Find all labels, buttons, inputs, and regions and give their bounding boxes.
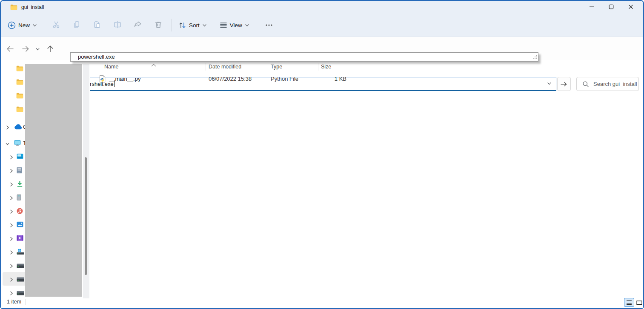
sort-icon — [178, 21, 186, 29]
chevron-right-icon[interactable] — [9, 235, 14, 243]
folder-icon — [16, 65, 23, 73]
status-bar: 1 item — [1, 297, 643, 308]
column-header-size[interactable]: Size — [318, 62, 353, 72]
sort-button-label: Sort — [189, 22, 200, 28]
share-icon — [134, 20, 142, 30]
titlebar: gui_install — [1, 1, 643, 14]
search-box[interactable]: Search gui_install — [576, 77, 639, 91]
navigation-pane: OT — [1, 60, 90, 297]
folder-icon — [10, 4, 17, 10]
window-title: gui_install — [21, 4, 44, 10]
column-separator[interactable] — [206, 63, 206, 71]
videos-icon — [17, 235, 23, 243]
redacted-region — [25, 64, 82, 297]
column-header-type[interactable]: Type — [268, 62, 318, 72]
chevron-right-icon[interactable] — [9, 276, 14, 284]
chevron-right-icon[interactable] — [9, 208, 14, 216]
icons-view-button[interactable] — [635, 298, 644, 307]
resize-grip-icon[interactable] — [533, 53, 537, 61]
delete-button[interactable] — [149, 17, 168, 33]
this-pc-icon — [14, 140, 21, 148]
back-button[interactable] — [4, 43, 16, 55]
go-arrow-icon — [560, 81, 568, 88]
column-separator[interactable] — [353, 63, 353, 71]
chevron-right-icon[interactable] — [9, 222, 14, 230]
documents-icon — [17, 167, 22, 175]
close-icon — [628, 4, 633, 11]
column-separator[interactable] — [268, 63, 268, 71]
file-cell: 1 KB — [318, 74, 346, 84]
rename-icon — [113, 20, 122, 30]
windows-drive-icon — [17, 249, 24, 257]
file-cell: 06/07/2022 15:38 — [209, 74, 252, 84]
chevron-down-icon — [202, 23, 207, 28]
details-view-button[interactable] — [624, 298, 634, 307]
up-button[interactable] — [44, 43, 56, 55]
chevron-down-icon[interactable] — [5, 140, 10, 148]
folder-icon — [16, 79, 23, 87]
chevron-right-icon[interactable] — [5, 124, 10, 132]
view-button-label: View — [230, 22, 242, 28]
view-button[interactable]: View — [215, 22, 254, 28]
forward-button[interactable] — [20, 43, 31, 55]
toolbar: New Sort View — [1, 14, 643, 37]
chevron-right-icon[interactable] — [9, 249, 14, 257]
sort-button[interactable]: Sort — [174, 21, 211, 29]
column-separator[interactable] — [318, 63, 318, 71]
scrollbar-thumb[interactable] — [85, 157, 87, 275]
window-controls — [582, 1, 641, 14]
toolbar-separator — [171, 19, 172, 31]
drive-icon — [17, 276, 24, 283]
view-icon — [220, 22, 227, 28]
autocomplete-item[interactable]: powershell.exe — [71, 53, 538, 61]
minimize-icon — [589, 4, 594, 11]
copy-button[interactable] — [67, 17, 86, 33]
new-button-label: New — [18, 22, 30, 28]
file-cell: Python File — [271, 74, 298, 84]
column-header-name[interactable]: Name — [99, 62, 206, 72]
sidebar-scrollbar[interactable] — [83, 64, 89, 298]
chevron-right-icon[interactable] — [9, 167, 14, 175]
chevron-right-icon[interactable] — [9, 181, 14, 189]
cut-button[interactable] — [47, 17, 66, 33]
chevron-right-icon[interactable] — [9, 154, 14, 162]
up-arrow-icon — [46, 45, 54, 53]
maximize-button[interactable] — [601, 1, 621, 14]
recent-locations-button[interactable] — [33, 43, 42, 55]
search-placeholder: Search gui_install — [593, 81, 637, 87]
minimize-button[interactable] — [582, 1, 601, 14]
share-button[interactable] — [129, 17, 147, 33]
see-more-button[interactable] — [260, 17, 278, 33]
onedrive-icon — [14, 124, 22, 131]
rename-button[interactable] — [108, 17, 127, 33]
python-file-icon — [99, 75, 106, 84]
address-autocomplete-dropdown: powershell.exe — [70, 52, 538, 62]
drive-icon — [17, 262, 24, 270]
delete-icon — [154, 20, 163, 30]
copy-icon — [72, 20, 81, 30]
drive-icon — [17, 289, 24, 297]
chevron-down-icon — [547, 81, 552, 86]
icons-view-icon — [636, 300, 642, 305]
paste-button[interactable] — [88, 17, 106, 33]
go-to-button[interactable] — [557, 77, 571, 91]
folder-icon — [16, 93, 23, 100]
chevron-down-icon — [245, 23, 249, 28]
new-button[interactable]: New — [3, 21, 41, 29]
search-icon — [582, 81, 589, 88]
paste-icon — [93, 20, 101, 30]
address-dropdown-button[interactable] — [547, 81, 552, 86]
close-button[interactable] — [621, 1, 641, 14]
chevron-down-icon — [32, 23, 37, 28]
statusbar-separator — [25, 299, 26, 305]
maximize-icon — [609, 4, 614, 11]
pictures-icon — [17, 221, 23, 229]
chevron-down-icon — [35, 47, 40, 51]
folder-icon — [16, 106, 23, 114]
chevron-right-icon[interactable] — [9, 195, 14, 202]
column-header-date-modified[interactable]: Date modified — [206, 62, 268, 72]
chevron-right-icon[interactable] — [9, 263, 14, 270]
desktop-icon — [17, 153, 23, 161]
more-icon — [265, 24, 273, 26]
cut-icon — [52, 20, 60, 30]
